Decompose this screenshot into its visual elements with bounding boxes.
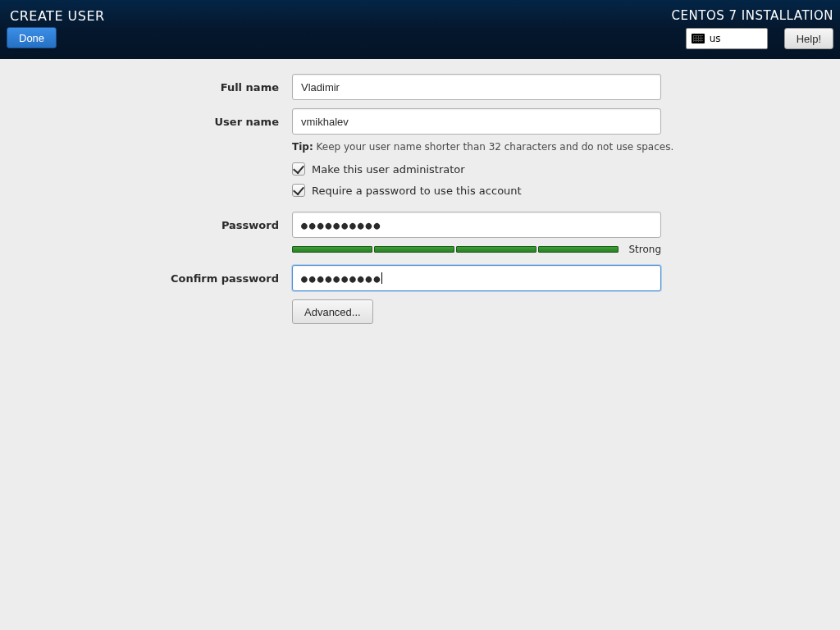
install-title: CENTOS 7 INSTALLATION: [672, 8, 833, 23]
strength-segment: [456, 246, 536, 253]
fullname-label: Full name: [0, 81, 292, 94]
create-user-form: Full name User name Tip: Keep your user …: [0, 59, 840, 324]
tip-prefix: Tip:: [292, 141, 313, 153]
require-password-checkbox-row[interactable]: Require a password to use this account: [292, 184, 840, 197]
username-tip: Tip: Keep your user name shorter than 32…: [292, 141, 686, 153]
strength-segment: [538, 246, 619, 253]
confirm-password-mask: ●●●●●●●●●●: [301, 272, 381, 285]
strength-segment: [292, 246, 372, 253]
advanced-button[interactable]: Advanced...: [292, 299, 373, 324]
admin-checkbox[interactable]: [292, 162, 305, 176]
admin-checkbox-row[interactable]: Make this user administrator: [292, 162, 840, 176]
confirm-password-input[interactable]: ●●●●●●●●●●: [292, 265, 661, 291]
done-button[interactable]: Done: [7, 27, 57, 48]
keyboard-layout-label: us: [710, 33, 721, 44]
strength-label: Strong: [628, 244, 661, 255]
password-label: Password: [0, 219, 292, 231]
keyboard-icon: [692, 34, 705, 43]
fullname-input[interactable]: [292, 74, 661, 100]
password-strength: Strong: [292, 244, 661, 255]
tip-text: Keep your user name shorter than 32 char…: [317, 141, 674, 153]
password-mask: ●●●●●●●●●●: [301, 219, 381, 231]
confirm-password-label: Confirm password: [0, 272, 292, 285]
admin-checkbox-label: Make this user administrator: [312, 163, 465, 176]
username-input[interactable]: [292, 108, 661, 135]
keyboard-layout-selector[interactable]: us: [686, 28, 768, 49]
require-password-checkbox-label: Require a password to use this account: [312, 185, 522, 197]
header-bar: CREATE USER Done CENTOS 7 INSTALLATION u…: [0, 0, 840, 59]
text-caret: [381, 272, 382, 284]
header-right: CENTOS 7 INSTALLATION us Help!: [672, 8, 833, 49]
strength-bar: [292, 246, 619, 253]
password-input[interactable]: ●●●●●●●●●●: [292, 212, 661, 238]
page-title: CREATE USER: [10, 8, 105, 24]
help-button[interactable]: Help!: [784, 28, 833, 49]
require-password-checkbox[interactable]: [292, 184, 305, 197]
username-label: User name: [0, 116, 292, 128]
strength-segment: [374, 246, 454, 253]
